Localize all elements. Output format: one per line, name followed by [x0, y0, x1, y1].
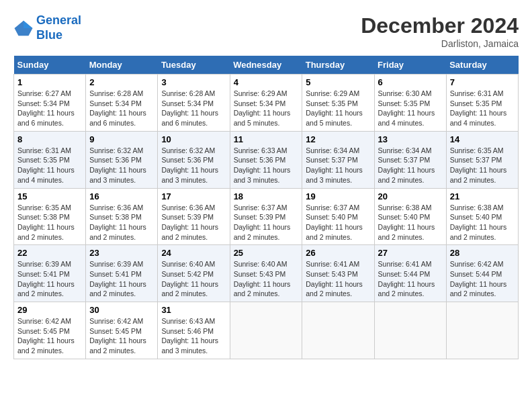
calendar-cell: 2Sunrise: 6:28 AMSunset: 5:34 PMDaylight…	[86, 75, 158, 132]
weekday-header-wednesday: Wednesday	[230, 56, 302, 75]
calendar-week-4: 22Sunrise: 6:39 AMSunset: 5:41 PMDayligh…	[14, 245, 519, 302]
logo-text: General Blue	[36, 13, 81, 42]
day-info: Sunrise: 6:36 AMSunset: 5:39 PMDaylight:…	[161, 203, 226, 242]
calendar-cell: 29Sunrise: 6:42 AMSunset: 5:45 PMDayligh…	[14, 302, 86, 359]
day-number: 26	[306, 248, 370, 258]
day-info: Sunrise: 6:28 AMSunset: 5:34 PMDaylight:…	[89, 89, 154, 128]
calendar-cell: 19Sunrise: 6:37 AMSunset: 5:40 PMDayligh…	[302, 188, 374, 245]
day-number: 20	[378, 191, 443, 201]
day-info: Sunrise: 6:43 AMSunset: 5:46 PMDaylight:…	[161, 316, 226, 356]
day-number: 24	[161, 248, 226, 258]
calendar-cell: 25Sunrise: 6:40 AMSunset: 5:43 PMDayligh…	[230, 245, 302, 302]
calendar-week-1: 1Sunrise: 6:27 AMSunset: 5:34 PMDaylight…	[14, 75, 519, 132]
calendar-cell: 10Sunrise: 6:32 AMSunset: 5:36 PMDayligh…	[158, 131, 230, 188]
calendar-cell: 24Sunrise: 6:40 AMSunset: 5:42 PMDayligh…	[158, 245, 230, 302]
calendar-cell: 30Sunrise: 6:42 AMSunset: 5:45 PMDayligh…	[86, 302, 158, 359]
calendar-cell: 18Sunrise: 6:37 AMSunset: 5:39 PMDayligh…	[230, 188, 302, 245]
day-number: 9	[89, 134, 154, 144]
day-info: Sunrise: 6:35 AMSunset: 5:37 PMDaylight:…	[450, 146, 515, 185]
day-info: Sunrise: 6:27 AMSunset: 5:34 PMDaylight:…	[17, 89, 82, 128]
day-info: Sunrise: 6:31 AMSunset: 5:35 PMDaylight:…	[17, 146, 82, 185]
calendar-cell: 31Sunrise: 6:43 AMSunset: 5:46 PMDayligh…	[158, 302, 230, 359]
day-number: 13	[378, 134, 443, 144]
day-number: 8	[17, 134, 82, 144]
day-number: 15	[17, 191, 82, 201]
weekday-header-friday: Friday	[374, 56, 446, 75]
calendar-body: 1Sunrise: 6:27 AMSunset: 5:34 PMDaylight…	[14, 75, 519, 359]
day-info: Sunrise: 6:40 AMSunset: 5:43 PMDaylight:…	[234, 259, 299, 299]
month-title: December 2024	[361, 13, 519, 38]
calendar-cell	[230, 302, 302, 359]
calendar-cell	[302, 302, 374, 359]
day-info: Sunrise: 6:42 AMSunset: 5:45 PMDaylight:…	[17, 316, 82, 356]
day-number: 4	[234, 77, 299, 87]
calendar-week-2: 8Sunrise: 6:31 AMSunset: 5:35 PMDaylight…	[14, 131, 519, 188]
day-info: Sunrise: 6:37 AMSunset: 5:40 PMDaylight:…	[306, 203, 370, 242]
weekday-header-tuesday: Tuesday	[158, 56, 230, 75]
day-info: Sunrise: 6:31 AMSunset: 5:35 PMDaylight:…	[450, 89, 515, 128]
day-number: 19	[306, 191, 370, 201]
day-number: 31	[161, 305, 226, 315]
day-info: Sunrise: 6:39 AMSunset: 5:41 PMDaylight:…	[89, 259, 154, 299]
calendar-cell: 13Sunrise: 6:34 AMSunset: 5:37 PMDayligh…	[374, 131, 446, 188]
calendar-cell: 22Sunrise: 6:39 AMSunset: 5:41 PMDayligh…	[14, 245, 86, 302]
weekday-header-thursday: Thursday	[302, 56, 374, 75]
day-number: 22	[17, 248, 82, 258]
header-row: SundayMondayTuesdayWednesdayThursdayFrid…	[14, 56, 519, 75]
day-number: 1	[17, 77, 82, 87]
calendar-week-3: 15Sunrise: 6:35 AMSunset: 5:38 PMDayligh…	[14, 188, 519, 245]
calendar-cell: 9Sunrise: 6:32 AMSunset: 5:36 PMDaylight…	[86, 131, 158, 188]
day-info: Sunrise: 6:29 AMSunset: 5:34 PMDaylight:…	[234, 89, 299, 128]
calendar-cell: 23Sunrise: 6:39 AMSunset: 5:41 PMDayligh…	[86, 245, 158, 302]
day-info: Sunrise: 6:34 AMSunset: 5:37 PMDaylight:…	[378, 146, 443, 185]
logo-icon	[13, 18, 34, 38]
day-number: 16	[89, 191, 154, 201]
day-info: Sunrise: 6:30 AMSunset: 5:35 PMDaylight:…	[378, 89, 443, 128]
calendar-cell: 3Sunrise: 6:28 AMSunset: 5:34 PMDaylight…	[158, 75, 230, 132]
day-number: 6	[378, 77, 443, 87]
day-info: Sunrise: 6:33 AMSunset: 5:36 PMDaylight:…	[234, 146, 299, 185]
calendar-cell: 17Sunrise: 6:36 AMSunset: 5:39 PMDayligh…	[158, 188, 230, 245]
weekday-header-saturday: Saturday	[446, 56, 518, 75]
calendar-cell: 21Sunrise: 6:38 AMSunset: 5:40 PMDayligh…	[446, 188, 518, 245]
calendar-cell: 1Sunrise: 6:27 AMSunset: 5:34 PMDaylight…	[14, 75, 86, 132]
day-info: Sunrise: 6:41 AMSunset: 5:43 PMDaylight:…	[306, 259, 370, 299]
day-info: Sunrise: 6:36 AMSunset: 5:38 PMDaylight:…	[89, 203, 154, 242]
day-info: Sunrise: 6:42 AMSunset: 5:45 PMDaylight:…	[89, 316, 154, 356]
day-number: 18	[234, 191, 299, 201]
calendar-cell: 6Sunrise: 6:30 AMSunset: 5:35 PMDaylight…	[374, 75, 446, 132]
day-info: Sunrise: 6:39 AMSunset: 5:41 PMDaylight:…	[17, 259, 82, 299]
calendar-cell	[374, 302, 446, 359]
day-info: Sunrise: 6:35 AMSunset: 5:38 PMDaylight:…	[17, 203, 82, 242]
svg-marker-1	[24, 20, 33, 28]
calendar-table: SundayMondayTuesdayWednesdayThursdayFrid…	[13, 56, 519, 359]
page-header: General Blue December 2024 Darliston, Ja…	[13, 13, 519, 49]
day-number: 7	[450, 77, 515, 87]
day-info: Sunrise: 6:28 AMSunset: 5:34 PMDaylight:…	[161, 89, 226, 128]
day-info: Sunrise: 6:37 AMSunset: 5:39 PMDaylight:…	[234, 203, 299, 242]
weekday-header-sunday: Sunday	[14, 56, 86, 75]
day-info: Sunrise: 6:42 AMSunset: 5:44 PMDaylight:…	[450, 259, 515, 299]
day-number: 21	[450, 191, 515, 201]
logo: General Blue	[13, 13, 81, 42]
calendar-cell: 5Sunrise: 6:29 AMSunset: 5:35 PMDaylight…	[302, 75, 374, 132]
calendar-cell	[446, 302, 518, 359]
calendar-cell: 20Sunrise: 6:38 AMSunset: 5:40 PMDayligh…	[374, 188, 446, 245]
day-number: 14	[450, 134, 515, 144]
day-number: 30	[89, 305, 154, 315]
calendar-header: SundayMondayTuesdayWednesdayThursdayFrid…	[14, 56, 519, 75]
day-number: 27	[378, 248, 443, 258]
day-number: 17	[161, 191, 226, 201]
day-info: Sunrise: 6:41 AMSunset: 5:44 PMDaylight:…	[378, 259, 443, 299]
title-block: December 2024 Darliston, Jamaica	[361, 13, 519, 49]
weekday-header-monday: Monday	[86, 56, 158, 75]
calendar-cell: 12Sunrise: 6:34 AMSunset: 5:37 PMDayligh…	[302, 131, 374, 188]
calendar-cell: 27Sunrise: 6:41 AMSunset: 5:44 PMDayligh…	[374, 245, 446, 302]
calendar-cell: 16Sunrise: 6:36 AMSunset: 5:38 PMDayligh…	[86, 188, 158, 245]
location: Darliston, Jamaica	[361, 38, 519, 49]
day-info: Sunrise: 6:38 AMSunset: 5:40 PMDaylight:…	[378, 203, 443, 242]
day-info: Sunrise: 6:38 AMSunset: 5:40 PMDaylight:…	[450, 203, 515, 242]
day-info: Sunrise: 6:29 AMSunset: 5:35 PMDaylight:…	[306, 89, 370, 128]
day-number: 2	[89, 77, 154, 87]
day-number: 28	[450, 248, 515, 258]
